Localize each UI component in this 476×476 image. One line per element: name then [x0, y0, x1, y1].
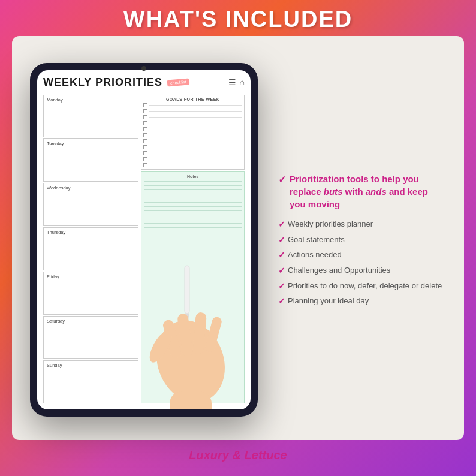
feature-text-1: Weekly priorities planner [288, 219, 373, 230]
checkbox-7 [143, 139, 147, 143]
page-header: WHAT'S INCLUDED [0, 0, 476, 39]
feature-text-4: Challenges and Opportunities [288, 265, 390, 276]
checkbox-9 [143, 151, 147, 155]
goal-line [149, 105, 242, 106]
day-saturday-label: Saturday [47, 318, 135, 324]
goal-item [143, 163, 242, 167]
goal-item [143, 127, 242, 131]
checkbox-5 [143, 127, 147, 131]
tablet-screen: WEEKLY PRIORITIES checklist ☰ ⌂ Monday [37, 70, 251, 409]
checkbox-2 [143, 109, 147, 113]
day-friday: Friday [43, 272, 138, 315]
goal-line [149, 123, 242, 123]
goal-line [149, 129, 242, 129]
camera-dot [141, 66, 146, 71]
goal-item [143, 151, 242, 155]
note-line [144, 202, 242, 203]
check-icon-6: ✓ [278, 296, 285, 306]
feature-list: ✓ Weekly priorities planner ✓ Goal state… [278, 219, 446, 306]
checkbox-8 [143, 145, 147, 149]
main-feature-row: ✓ Prioritization tools to help you repla… [278, 173, 446, 210]
brand-name: Luxury & Lettuce [189, 448, 287, 462]
day-sunday-label: Sunday [47, 363, 135, 368]
day-friday-label: Friday [47, 274, 135, 279]
list-item: ✓ Actions needed [278, 249, 446, 260]
checkbox-1 [143, 103, 147, 107]
day-thursday-label: Thursday [47, 230, 135, 235]
main-checkmark: ✓ [278, 174, 286, 185]
day-saturday: Saturday [43, 316, 138, 359]
note-line [144, 185, 242, 186]
main-content: WEEKLY PRIORITIES checklist ☰ ⌂ Monday [12, 39, 464, 440]
day-tuesday-label: Tuesday [47, 141, 135, 146]
day-monday-label: Monday [47, 97, 135, 103]
page-title: WHAT'S INCLUDED [123, 7, 353, 32]
note-line [144, 198, 242, 198]
note-line [144, 215, 242, 215]
note-line [144, 219, 242, 219]
goal-item [143, 115, 242, 119]
planner-title: WEEKLY PRIORITIES [43, 76, 162, 89]
checkbox-6 [143, 133, 147, 137]
note-line [144, 189, 242, 190]
day-wednesday: Wednesday [43, 183, 138, 226]
home-icon: ⌂ [240, 77, 245, 87]
check-icon-4: ✓ [278, 266, 285, 275]
notes-header: Notes [144, 174, 242, 179]
goal-line [149, 165, 242, 165]
goal-item [143, 121, 242, 125]
goal-line [149, 111, 242, 112]
feature-text-6: Planning your ideal day [288, 296, 369, 306]
goal-item [143, 133, 242, 137]
day-thursday: Thursday [43, 227, 138, 270]
day-sunday: Sunday [43, 360, 138, 403]
list-item: ✓ Challenges and Opportunities [278, 265, 446, 276]
checkbox-11 [143, 163, 147, 167]
goal-item [143, 157, 242, 161]
goal-line [149, 135, 242, 135]
note-line [144, 206, 242, 207]
planner-body: Monday Tuesday Wednesday Thursday Friday [43, 95, 245, 403]
features-panel: ✓ Prioritization tools to help you repla… [266, 173, 446, 306]
note-line [144, 223, 242, 224]
goal-item [143, 139, 242, 143]
check-icon-1: ✓ [278, 219, 285, 229]
goal-item [143, 109, 242, 113]
menu-icon: ☰ [228, 77, 236, 87]
note-line [144, 194, 242, 194]
goal-line [149, 147, 242, 147]
feature-text-3: Actions needed [288, 249, 342, 260]
planner-content: WEEKLY PRIORITIES checklist ☰ ⌂ Monday [37, 70, 251, 409]
note-line [144, 210, 242, 211]
check-icon-5: ✓ [278, 281, 285, 291]
list-item: ✓ Goal statements [278, 234, 446, 245]
check-icon-3: ✓ [278, 250, 285, 260]
goals-section: GOALS FOR THE WEEK [141, 95, 245, 170]
page-footer: Luxury & Lettuce [0, 440, 476, 470]
goal-line [149, 159, 242, 159]
planner-icons: ☰ ⌂ [228, 77, 245, 87]
day-monday: Monday [43, 95, 138, 138]
note-line [144, 227, 242, 228]
checkbox-10 [143, 157, 147, 161]
list-item: ✓ Priorities to do now, defer, delegate … [278, 281, 446, 291]
feature-text-2: Goal statements [288, 234, 345, 245]
tablet-device: WEEKLY PRIORITIES checklist ☰ ⌂ Monday [30, 63, 258, 417]
day-wednesday-label: Wednesday [47, 185, 135, 191]
notes-lines [144, 181, 242, 228]
goals-header: GOALS FOR THE WEEK [143, 97, 242, 101]
goal-line [149, 153, 242, 153]
right-column: GOALS FOR THE WEEK [141, 95, 245, 403]
goal-line [149, 117, 242, 118]
goal-item [143, 145, 242, 149]
planner-header: WEEKLY PRIORITIES checklist ☰ ⌂ [43, 76, 245, 91]
notes-section: Notes [141, 171, 245, 403]
checkbox-3 [143, 115, 147, 119]
note-line [144, 181, 242, 182]
goals-list [143, 103, 242, 167]
feature-text-5: Priorities to do now, defer, delegate or… [288, 281, 442, 291]
goal-item [143, 103, 242, 107]
planner-sticker: checklist [167, 78, 190, 86]
check-icon-2: ✓ [278, 235, 285, 245]
checkbox-4 [143, 121, 147, 125]
